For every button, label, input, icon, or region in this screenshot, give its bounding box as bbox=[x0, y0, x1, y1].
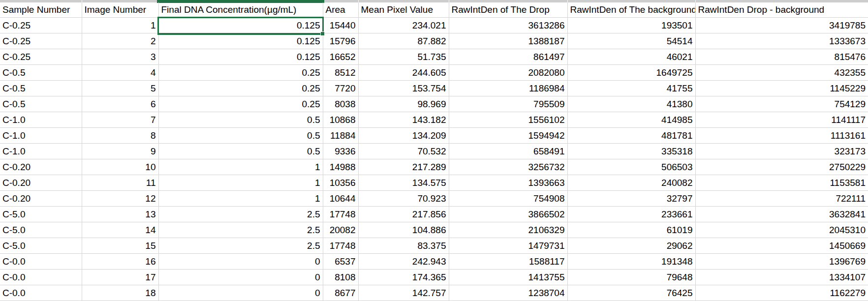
cell[interactable]: 658491 bbox=[449, 144, 567, 159]
cell[interactable]: C-0.0 bbox=[0, 254, 82, 270]
cell[interactable]: 143.182 bbox=[358, 112, 449, 128]
cell[interactable]: 11884 bbox=[323, 128, 358, 144]
cell[interactable]: 10868 bbox=[323, 112, 358, 128]
cell[interactable]: 1594942 bbox=[449, 128, 567, 144]
cell[interactable]: 54514 bbox=[567, 33, 695, 49]
cell[interactable]: 0.125 bbox=[158, 33, 323, 49]
cell[interactable]: 10356 bbox=[323, 175, 358, 191]
cell[interactable]: 323173 bbox=[695, 144, 868, 159]
cell[interactable]: 17 bbox=[82, 270, 158, 285]
cell[interactable]: 1238704 bbox=[449, 285, 567, 301]
cell[interactable]: 41380 bbox=[567, 96, 695, 112]
cell[interactable]: 0.25 bbox=[158, 81, 323, 96]
cell[interactable]: C-1.0 bbox=[0, 128, 82, 144]
cell[interactable]: 15440 bbox=[323, 18, 358, 33]
cell[interactable]: 217.856 bbox=[358, 207, 449, 222]
cell[interactable]: 1333673 bbox=[695, 33, 868, 49]
cell[interactable]: 0.25 bbox=[158, 65, 323, 81]
cell[interactable]: 2045310 bbox=[695, 222, 868, 238]
cell[interactable]: 8108 bbox=[323, 270, 358, 285]
cell[interactable]: 2 bbox=[82, 33, 158, 49]
cell[interactable]: C-0.5 bbox=[0, 96, 82, 112]
cell[interactable]: 2106329 bbox=[449, 222, 567, 238]
cell[interactable]: 6 bbox=[82, 96, 158, 112]
column-header[interactable]: Final DNA Concentration(µg/mL) bbox=[158, 2, 323, 18]
cell[interactable]: 7 bbox=[82, 112, 158, 128]
cell[interactable]: 70.532 bbox=[358, 144, 449, 159]
cell[interactable]: 17748 bbox=[323, 238, 358, 254]
cell[interactable]: 8038 bbox=[323, 96, 358, 112]
cell[interactable]: 6537 bbox=[323, 254, 358, 270]
cell[interactable]: 20082 bbox=[323, 222, 358, 238]
cell[interactable]: 142.757 bbox=[358, 285, 449, 301]
cell[interactable]: 15 bbox=[82, 238, 158, 254]
cell[interactable]: 15796 bbox=[323, 33, 358, 49]
cell[interactable]: 754129 bbox=[695, 96, 868, 112]
cell[interactable]: 1479731 bbox=[449, 238, 567, 254]
cell[interactable]: 1556102 bbox=[449, 112, 567, 128]
cell[interactable]: 18 bbox=[82, 285, 158, 301]
cell[interactable]: 41755 bbox=[567, 81, 695, 96]
cell[interactable]: 98.969 bbox=[358, 96, 449, 112]
cell[interactable]: 861497 bbox=[449, 49, 567, 65]
fill-handle[interactable] bbox=[320, 31, 325, 36]
cell[interactable]: 3256732 bbox=[449, 159, 567, 175]
cell[interactable]: 0.125 bbox=[158, 49, 323, 65]
cell[interactable]: 11 bbox=[82, 175, 158, 191]
cell[interactable]: C-0.20 bbox=[0, 175, 82, 191]
cell[interactable]: 134.575 bbox=[358, 175, 449, 191]
cell[interactable]: 481781 bbox=[567, 128, 695, 144]
cell[interactable]: 153.754 bbox=[358, 81, 449, 96]
cell[interactable]: 13 bbox=[82, 207, 158, 222]
cell[interactable]: 1649725 bbox=[567, 65, 695, 81]
cell[interactable]: 0.25 bbox=[158, 96, 323, 112]
cell[interactable]: 12 bbox=[82, 191, 158, 207]
cell[interactable]: C-0.0 bbox=[0, 270, 82, 285]
cell[interactable]: 3632841 bbox=[695, 207, 868, 222]
cell[interactable]: 1588117 bbox=[449, 254, 567, 270]
cell[interactable]: 754908 bbox=[449, 191, 567, 207]
cell[interactable]: C-1.0 bbox=[0, 144, 82, 159]
cell[interactable]: C-0.0 bbox=[0, 285, 82, 301]
cell[interactable]: 506503 bbox=[567, 159, 695, 175]
cell[interactable]: 1 bbox=[158, 191, 323, 207]
cell[interactable]: 4 bbox=[82, 65, 158, 81]
cell[interactable]: 244.605 bbox=[358, 65, 449, 81]
cell[interactable]: 0 bbox=[158, 254, 323, 270]
cell[interactable]: 14988 bbox=[323, 159, 358, 175]
column-header[interactable]: RawIntDen of The Drop bbox=[449, 2, 567, 18]
cell[interactable]: 83.375 bbox=[358, 238, 449, 254]
cell[interactable]: 46021 bbox=[567, 49, 695, 65]
cell[interactable]: C-0.20 bbox=[0, 191, 82, 207]
cell[interactable]: 191348 bbox=[567, 254, 695, 270]
cell[interactable]: 14 bbox=[82, 222, 158, 238]
column-header[interactable]: Sample Number bbox=[0, 2, 82, 18]
cell[interactable]: 51.735 bbox=[358, 49, 449, 65]
cell[interactable]: C-0.5 bbox=[0, 65, 82, 81]
cell[interactable]: 0 bbox=[158, 270, 323, 285]
cell[interactable]: 8677 bbox=[323, 285, 358, 301]
cell[interactable]: 0.5 bbox=[158, 112, 323, 128]
column-header[interactable]: Area bbox=[323, 2, 358, 18]
column-header[interactable]: Mean Pixel Value bbox=[358, 2, 449, 18]
cell[interactable]: 3419785 bbox=[695, 18, 868, 33]
cell[interactable]: C-5.0 bbox=[0, 238, 82, 254]
cell[interactable]: C-5.0 bbox=[0, 222, 82, 238]
cell[interactable]: 1393663 bbox=[449, 175, 567, 191]
cell[interactable]: 242.943 bbox=[358, 254, 449, 270]
cell[interactable]: 2.5 bbox=[158, 238, 323, 254]
cell[interactable]: 1141117 bbox=[695, 112, 868, 128]
cell[interactable]: 722111 bbox=[695, 191, 868, 207]
cell[interactable]: 1 bbox=[158, 159, 323, 175]
cell[interactable]: 2.5 bbox=[158, 222, 323, 238]
cell[interactable]: 104.886 bbox=[358, 222, 449, 238]
cell[interactable]: 1162279 bbox=[695, 285, 868, 301]
cell[interactable]: 217.289 bbox=[358, 159, 449, 175]
cell[interactable]: 1413755 bbox=[449, 270, 567, 285]
cell[interactable]: C-5.0 bbox=[0, 207, 82, 222]
cell[interactable]: 61019 bbox=[567, 222, 695, 238]
cell[interactable]: 29062 bbox=[567, 238, 695, 254]
cell[interactable]: 795509 bbox=[449, 96, 567, 112]
cell[interactable]: 7720 bbox=[323, 81, 358, 96]
cell[interactable]: 1 bbox=[158, 175, 323, 191]
